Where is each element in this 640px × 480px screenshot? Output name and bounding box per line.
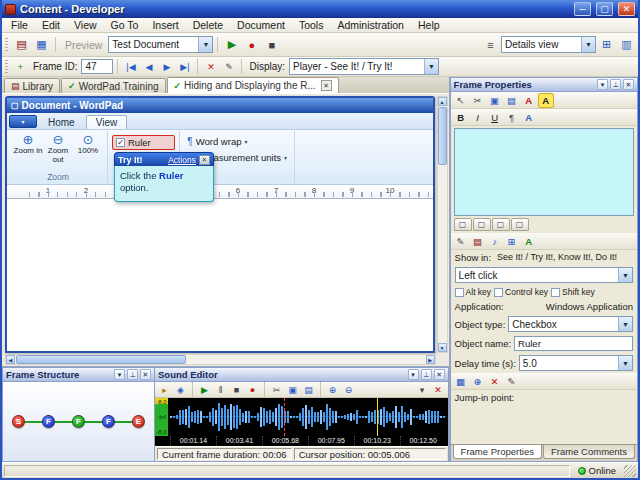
playback-cursor[interactable]	[284, 398, 285, 436]
columns-view-icon[interactable]: ▥	[617, 35, 636, 54]
tab-frame-properties[interactable]: Frame Properties	[453, 445, 542, 459]
edit-action-icon[interactable]: ✎	[504, 374, 520, 389]
ruler-checkbox[interactable]: ✓ Ruler	[112, 135, 175, 150]
options-dropdown-icon[interactable]: ▾	[415, 383, 430, 397]
details-view-combo[interactable]: Details view ▼	[501, 36, 596, 53]
frame-node[interactable]: F	[42, 415, 55, 428]
edit-frame-icon[interactable]: ✎	[220, 59, 237, 75]
copy-icon[interactable]: ▣	[285, 383, 300, 397]
bubble-tab-icon[interactable]: ▢	[454, 218, 472, 231]
new-frame-icon[interactable]: +	[12, 59, 29, 75]
maximize-button[interactable]: ▢	[596, 2, 613, 16]
tab-active-document[interactable]: ✓ Hiding and Displaying the R... ✕	[167, 77, 339, 93]
zoom-in-icon[interactable]: ⊕	[325, 383, 340, 397]
add-action-icon[interactable]: ⊕	[470, 374, 486, 389]
wordpad-menu-button[interactable]: ▾	[9, 115, 37, 128]
frame-node-end[interactable]: E	[132, 415, 145, 428]
copy-icon[interactable]: ▣	[487, 93, 503, 108]
toolbar-grip[interactable]	[5, 38, 8, 52]
frame-node-start[interactable]: S	[12, 415, 25, 428]
audio-icon[interactable]: ♪	[487, 234, 503, 249]
close-icon[interactable]: ✕	[434, 369, 445, 380]
library-icon[interactable]: ▤	[12, 35, 31, 54]
vertical-scrollbar[interactable]: ▲ ▼	[437, 96, 448, 353]
open-audio-icon[interactable]: ▸	[157, 383, 172, 397]
wordpad-document[interactable]	[7, 199, 433, 351]
underline-icon[interactable]: U	[487, 110, 503, 125]
play-icon[interactable]: ▶	[222, 35, 241, 54]
wordpad-tab-home[interactable]: Home	[39, 116, 84, 129]
save-audio-icon[interactable]: ◈	[173, 383, 188, 397]
record-icon[interactable]: ●	[242, 35, 261, 54]
close-icon[interactable]: ✕	[140, 369, 151, 380]
grid-icon[interactable]: ⊞	[504, 234, 520, 249]
panel-menu-icon[interactable]: ▾	[114, 369, 125, 380]
mouse-action-combo[interactable]: Left click ▼	[455, 267, 633, 283]
menu-tools[interactable]: Tools	[292, 18, 331, 33]
record-icon[interactable]: ●	[245, 383, 260, 397]
scroll-left-icon[interactable]: ◀	[6, 355, 15, 364]
zoom-100-button[interactable]: ⊙ 100%	[73, 131, 103, 172]
font-size-icon[interactable]: A	[521, 110, 537, 125]
menu-delete[interactable]: Delete	[186, 18, 230, 33]
menu-insert[interactable]: Insert	[145, 18, 185, 33]
stop-icon[interactable]: ■	[229, 383, 244, 397]
pause-icon[interactable]: ‖	[213, 383, 228, 397]
callout-actions-link[interactable]: Actions	[168, 155, 196, 165]
tab-frame-comments[interactable]: Frame Comments	[543, 445, 635, 459]
remove-action-icon[interactable]: ✕	[487, 374, 503, 389]
list-view-icon[interactable]: ≡	[481, 35, 500, 54]
first-frame-button[interactable]: |◀	[122, 59, 139, 75]
scrollbar-thumb[interactable]	[438, 107, 447, 165]
pin-icon[interactable]: ⊥	[610, 79, 621, 90]
bubble-tab-icon[interactable]: ▢	[511, 218, 529, 231]
frame-id-field[interactable]: 47	[81, 59, 113, 74]
menu-document[interactable]: Document	[230, 18, 292, 33]
waveform-display[interactable]: -8.0 -Inf -8.0 00:01.14 00:03.41 00:05.6…	[155, 398, 448, 446]
play-icon[interactable]: ▶	[197, 383, 212, 397]
frames-icon[interactable]: ▦	[453, 374, 469, 389]
previous-frame-button[interactable]: ◀	[140, 59, 157, 75]
wordpad-tab-view[interactable]: View	[86, 115, 128, 129]
bubble-text-editor[interactable]	[454, 128, 634, 216]
delay-time-combo[interactable]: 5.0 ▼	[519, 355, 633, 371]
frame-node-current[interactable]: F	[72, 415, 85, 428]
object-type-combo[interactable]: Checkbox ▼	[508, 316, 633, 332]
highlight-icon[interactable]: A	[538, 93, 554, 108]
close-icon[interactable]: ✕	[623, 79, 634, 90]
pin-icon[interactable]: ⊥	[421, 369, 432, 380]
menu-view[interactable]: View	[67, 18, 104, 33]
scroll-right-icon[interactable]: ▶	[426, 355, 435, 364]
grid-view-icon[interactable]: ⊞	[597, 35, 616, 54]
menu-administration[interactable]: Administration	[330, 18, 411, 33]
close-button[interactable]: ✕	[618, 2, 635, 16]
selection-marker[interactable]	[377, 398, 378, 436]
paragraph-icon[interactable]: ¶	[504, 110, 520, 125]
shift-key-checkbox[interactable]: Shift key	[551, 287, 595, 297]
scrollbar-thumb[interactable]	[16, 355, 186, 364]
stop-icon[interactable]: ■	[262, 35, 281, 54]
font-color-icon[interactable]: A	[521, 93, 537, 108]
select-icon[interactable]: ↖	[453, 93, 469, 108]
object-name-field[interactable]: Ruler	[514, 336, 633, 351]
tab-library[interactable]: ▤ Library	[4, 78, 60, 93]
menu-help[interactable]: Help	[411, 18, 447, 33]
display-combo[interactable]: Player - See It! / Try It! ▼	[289, 58, 439, 75]
resize-grip[interactable]	[624, 465, 636, 477]
scroll-up-icon[interactable]: ▲	[438, 97, 447, 106]
italic-icon[interactable]: I	[470, 110, 486, 125]
paste-icon[interactable]: ▤	[301, 383, 316, 397]
tab-wordpad-training[interactable]: ✓ WordPad Training	[61, 78, 165, 93]
panel-menu-icon[interactable]: ▾	[597, 79, 608, 90]
paste-icon[interactable]: ▤	[504, 93, 520, 108]
close-tab-icon[interactable]: ✕	[321, 80, 332, 91]
document-combo[interactable]: Test Document ▼	[108, 36, 213, 53]
toolbar-grip[interactable]	[5, 60, 8, 74]
frame-node[interactable]: F	[102, 415, 115, 428]
menu-goto[interactable]: Go To	[104, 18, 146, 33]
menu-edit[interactable]: Edit	[35, 18, 67, 33]
template-icon[interactable]: ▤	[470, 234, 486, 249]
alt-key-checkbox[interactable]: Alt key	[455, 287, 492, 297]
next-frame-button[interactable]: ▶	[158, 59, 175, 75]
control-key-checkbox[interactable]: Control key	[494, 287, 548, 297]
